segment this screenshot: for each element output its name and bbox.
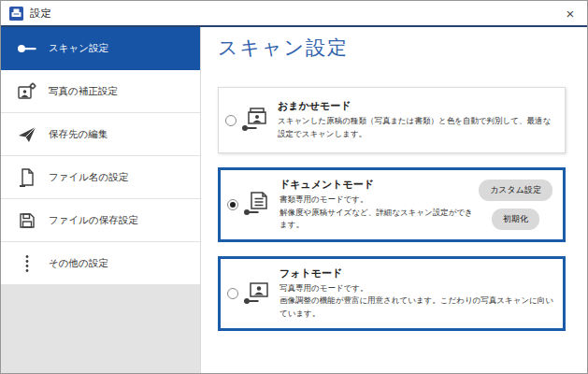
save-icon [17,211,37,230]
send-icon [17,125,37,144]
document-mode-icon [243,192,273,217]
mode-description: 解像度や原稿サイズなど、詳細なスキャン設定ができます。 [280,207,479,232]
scan-head-icon [17,39,37,58]
sidebar-item-label: 写真の補正設定 [49,85,118,98]
document-mode-text: ドキュメントモード 書類専用のモードです。 解像度や原稿サイズなど、詳細なスキャ… [280,178,479,232]
sidebar: スキャン設定 写真の補正設定 [1,27,201,373]
sidebar-item-label: 保存先の編集 [49,128,108,141]
mode-description: 画像調整の機能が豊富に用意されています。こだわりの写真スキャンに向いています。 [280,295,555,320]
mode-title: フォトモード [280,266,555,280]
mode-title: おまかせモード [278,99,557,113]
mode-description: スキャンした原稿の種類（写真または書類）と色を自動で判別して、最適な設定でスキャ… [278,115,557,140]
sidebar-item-label: スキャン設定 [49,42,108,55]
sidebar-item-file-name[interactable]: ファイル名の設定 [1,156,200,199]
sidebar-item-label: その他の設定 [49,257,108,270]
mode-card-photo[interactable]: フォトモード 写真専用のモードです。 画像調整の機能が豊富に用意されています。こ… [218,256,566,331]
photo-correction-icon [17,82,37,101]
mode-description: 書類専用のモードです。 [280,194,479,207]
more-dots-icon [17,254,37,273]
settings-window: 設定 × スキャン設定 [0,0,588,374]
sidebar-item-photo-correction[interactable]: 写真の補正設定 [1,70,200,113]
custom-settings-button[interactable]: カスタム設定 [479,180,552,201]
mode-card-auto[interactable]: おまかせモード スキャンした原稿の種類（写真または書類）と色を自動で判別して、最… [218,87,566,153]
page-title: スキャン設定 [218,35,587,61]
mode-description: 写真専用のモードです。 [280,282,555,295]
sidebar-item-save-destination[interactable]: 保存先の編集 [1,113,200,156]
sidebar-item-label: ファイルの保存設定 [49,214,138,227]
document-mode-buttons: カスタム設定 初期化 [479,180,555,230]
file-name-icon [17,168,37,187]
auto-mode-text: おまかせモード スキャンした原稿の種類（写真または書類）と色を自動で判別して、最… [278,99,557,140]
mode-title: ドキュメントモード [280,178,479,192]
window-title: 設定 [30,7,51,21]
sidebar-item-file-save[interactable]: ファイルの保存設定 [1,199,200,242]
auto-mode-radio[interactable] [225,115,237,126]
titlebar: 設定 × [1,1,587,25]
main-panel: スキャン設定 [201,27,587,373]
photo-mode-icon [243,280,273,306]
auto-mode-icon [241,108,271,133]
photo-mode-text: フォトモード 写真専用のモードです。 画像調整の機能が豊富に用意されています。こ… [280,266,555,321]
close-button[interactable]: × [562,5,579,22]
sidebar-item-scan-settings[interactable]: スキャン設定 [1,27,200,70]
app-scanner-icon [9,7,23,21]
sidebar-item-other-settings[interactable]: その他の設定 [1,242,200,285]
mode-list: おまかせモード スキャンした原稿の種類（写真または書類）と色を自動で判別して、最… [218,87,587,331]
sidebar-item-label: ファイル名の設定 [49,171,128,184]
sidebar-filler [1,285,200,373]
photo-mode-radio[interactable] [227,288,238,299]
mode-card-document[interactable]: ドキュメントモード 書類専用のモードです。 解像度や原稿サイズなど、詳細なスキャ… [218,167,566,242]
document-mode-radio[interactable] [227,199,238,210]
initialize-button[interactable]: 初期化 [492,209,539,230]
